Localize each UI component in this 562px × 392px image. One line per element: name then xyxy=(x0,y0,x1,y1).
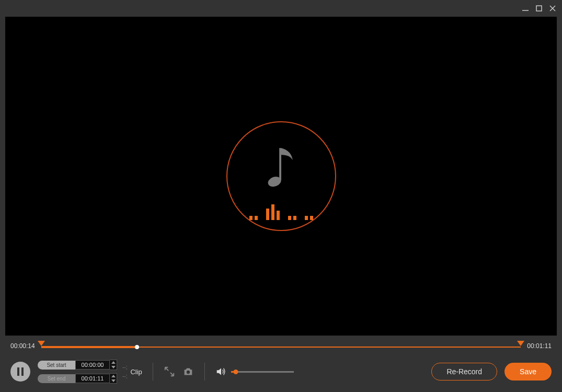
divider xyxy=(153,363,153,381)
camera-icon[interactable] xyxy=(182,366,194,377)
svg-marker-9 xyxy=(111,379,116,382)
end-marker[interactable] xyxy=(517,341,524,346)
fullscreen-icon[interactable] xyxy=(164,366,175,377)
close-icon[interactable] xyxy=(548,4,557,13)
pause-button[interactable] xyxy=(10,362,30,382)
clip-label: Clip xyxy=(130,368,142,376)
minimize-icon[interactable] xyxy=(521,4,530,13)
svg-point-10 xyxy=(187,371,190,374)
volume-icon[interactable] xyxy=(215,366,227,377)
end-time-spinner[interactable] xyxy=(110,373,117,384)
svg-rect-5 xyxy=(279,148,281,180)
start-time-input[interactable]: 00:00:00 xyxy=(75,360,110,370)
music-note-icon xyxy=(263,143,300,198)
clip-block: Set start 00:00:00 Set end 00:01:11 --; … xyxy=(38,360,142,384)
equalizer-icon xyxy=(249,203,313,220)
end-time-input[interactable]: 00:01:11 xyxy=(75,374,110,383)
total-time: 00:01:11 xyxy=(527,342,552,350)
controls: Set start 00:00:00 Set end 00:01:11 --; … xyxy=(0,354,562,392)
volume-slider[interactable] xyxy=(231,371,294,373)
save-button[interactable]: Save xyxy=(504,363,552,381)
video-preview xyxy=(5,17,557,336)
audio-placeholder xyxy=(226,121,336,231)
timeline-track[interactable] xyxy=(41,341,521,351)
timeline: 00:00:14 00:01:11 xyxy=(0,336,562,354)
playhead[interactable] xyxy=(135,345,139,349)
set-start-button[interactable]: Set start xyxy=(38,361,75,370)
titlebar xyxy=(0,0,562,17)
svg-rect-1 xyxy=(536,6,542,11)
scissors-icon: --; --; xyxy=(120,364,127,379)
start-time-spinner[interactable] xyxy=(110,360,117,370)
svg-marker-7 xyxy=(111,366,116,368)
set-end-button[interactable]: Set end xyxy=(38,374,75,383)
volume-control xyxy=(215,366,294,377)
svg-marker-8 xyxy=(111,375,116,377)
start-marker[interactable] xyxy=(38,341,45,346)
divider xyxy=(204,363,205,381)
svg-marker-6 xyxy=(111,361,116,364)
pause-icon xyxy=(17,367,24,376)
current-time: 00:00:14 xyxy=(10,342,35,350)
maximize-icon[interactable] xyxy=(535,4,543,13)
rerecord-button[interactable]: Re-Record xyxy=(431,363,497,381)
